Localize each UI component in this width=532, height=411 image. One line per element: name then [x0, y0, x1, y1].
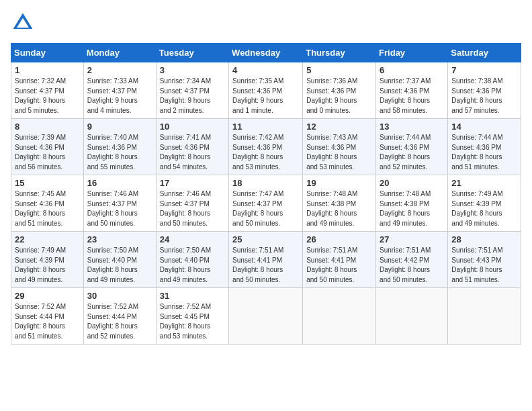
- day-number: 25: [232, 234, 299, 244]
- day-number: 16: [87, 178, 152, 188]
- column-header-saturday: Saturday: [448, 44, 521, 62]
- calendar-cell: 27Sunrise: 7:51 AM Sunset: 4:42 PM Dayli…: [376, 232, 448, 288]
- logo-icon: [11, 11, 35, 35]
- day-number: 30: [87, 291, 152, 301]
- day-info: Sunrise: 7:35 AM Sunset: 4:36 PM Dayligh…: [232, 77, 299, 116]
- calendar-week-1: 1Sunrise: 7:32 AM Sunset: 4:37 PM Daylig…: [11, 62, 521, 119]
- calendar-cell: 31Sunrise: 7:52 AM Sunset: 4:45 PM Dayli…: [156, 288, 228, 345]
- logo: [11, 11, 38, 35]
- calendar-cell: 20Sunrise: 7:48 AM Sunset: 4:38 PM Dayli…: [376, 175, 448, 232]
- calendar-cell: 2Sunrise: 7:33 AM Sunset: 4:37 PM Daylig…: [83, 62, 156, 119]
- day-info: Sunrise: 7:51 AM Sunset: 4:42 PM Dayligh…: [380, 246, 444, 285]
- day-info: Sunrise: 7:51 AM Sunset: 4:41 PM Dayligh…: [306, 246, 372, 285]
- day-info: Sunrise: 7:50 AM Sunset: 4:40 PM Dayligh…: [160, 246, 225, 285]
- day-info: Sunrise: 7:39 AM Sunset: 4:36 PM Dayligh…: [15, 133, 80, 172]
- day-number: 18: [232, 178, 299, 188]
- calendar-cell: 23Sunrise: 7:50 AM Sunset: 4:40 PM Dayli…: [83, 232, 156, 288]
- day-info: Sunrise: 7:33 AM Sunset: 4:37 PM Dayligh…: [87, 77, 152, 116]
- column-header-wednesday: Wednesday: [229, 44, 303, 62]
- calendar-cell: 25Sunrise: 7:51 AM Sunset: 4:41 PM Dayli…: [229, 232, 303, 288]
- calendar-week-5: 29Sunrise: 7:52 AM Sunset: 4:44 PM Dayli…: [11, 288, 521, 345]
- column-header-monday: Monday: [83, 44, 156, 62]
- day-info: Sunrise: 7:36 AM Sunset: 4:36 PM Dayligh…: [306, 77, 372, 116]
- day-number: 17: [160, 178, 225, 188]
- day-number: 9: [87, 122, 152, 132]
- column-header-thursday: Thursday: [303, 44, 376, 62]
- calendar-cell: 10Sunrise: 7:41 AM Sunset: 4:36 PM Dayli…: [156, 119, 228, 175]
- page-header: [11, 11, 521, 35]
- calendar-cell: 7Sunrise: 7:38 AM Sunset: 4:36 PM Daylig…: [448, 62, 521, 119]
- calendar-cell: 22Sunrise: 7:49 AM Sunset: 4:39 PM Dayli…: [11, 232, 84, 288]
- day-number: 31: [160, 291, 225, 301]
- calendar-week-4: 22Sunrise: 7:49 AM Sunset: 4:39 PM Dayli…: [11, 232, 521, 288]
- day-number: 21: [451, 178, 517, 188]
- day-info: Sunrise: 7:49 AM Sunset: 4:39 PM Dayligh…: [15, 246, 80, 285]
- day-number: 26: [306, 234, 372, 244]
- day-info: Sunrise: 7:32 AM Sunset: 4:37 PM Dayligh…: [15, 77, 80, 116]
- day-number: 24: [160, 234, 225, 244]
- day-info: Sunrise: 7:49 AM Sunset: 4:39 PM Dayligh…: [451, 189, 517, 228]
- calendar-cell: 19Sunrise: 7:48 AM Sunset: 4:38 PM Dayli…: [303, 175, 376, 232]
- calendar-cell: 9Sunrise: 7:40 AM Sunset: 4:36 PM Daylig…: [83, 119, 156, 175]
- day-number: 11: [232, 122, 299, 132]
- calendar-cell: 6Sunrise: 7:37 AM Sunset: 4:36 PM Daylig…: [376, 62, 448, 119]
- day-info: Sunrise: 7:37 AM Sunset: 4:36 PM Dayligh…: [380, 77, 444, 116]
- calendar-cell: 4Sunrise: 7:35 AM Sunset: 4:36 PM Daylig…: [229, 62, 303, 119]
- calendar-cell: 28Sunrise: 7:51 AM Sunset: 4:43 PM Dayli…: [448, 232, 521, 288]
- day-number: 7: [451, 65, 517, 75]
- calendar-week-3: 15Sunrise: 7:45 AM Sunset: 4:36 PM Dayli…: [11, 175, 521, 232]
- day-number: 2: [87, 65, 152, 75]
- day-info: Sunrise: 7:51 AM Sunset: 4:41 PM Dayligh…: [232, 246, 299, 285]
- day-info: Sunrise: 7:43 AM Sunset: 4:36 PM Dayligh…: [306, 133, 372, 172]
- day-number: 6: [380, 65, 444, 75]
- calendar-cell: 3Sunrise: 7:34 AM Sunset: 4:37 PM Daylig…: [156, 62, 228, 119]
- day-info: Sunrise: 7:41 AM Sunset: 4:36 PM Dayligh…: [160, 133, 225, 172]
- calendar-cell: 1Sunrise: 7:32 AM Sunset: 4:37 PM Daylig…: [11, 62, 84, 119]
- column-header-tuesday: Tuesday: [156, 44, 228, 62]
- calendar-table: SundayMondayTuesdayWednesdayThursdayFrid…: [11, 43, 521, 345]
- day-number: 12: [306, 122, 372, 132]
- calendar-cell: 8Sunrise: 7:39 AM Sunset: 4:36 PM Daylig…: [11, 119, 84, 175]
- day-number: 22: [15, 234, 80, 244]
- day-info: Sunrise: 7:47 AM Sunset: 4:37 PM Dayligh…: [232, 189, 299, 228]
- calendar-cell: 30Sunrise: 7:52 AM Sunset: 4:44 PM Dayli…: [83, 288, 156, 345]
- day-info: Sunrise: 7:44 AM Sunset: 4:36 PM Dayligh…: [380, 133, 444, 172]
- calendar-cell: 11Sunrise: 7:42 AM Sunset: 4:36 PM Dayli…: [229, 119, 303, 175]
- calendar-cell: 21Sunrise: 7:49 AM Sunset: 4:39 PM Dayli…: [448, 175, 521, 232]
- day-info: Sunrise: 7:48 AM Sunset: 4:38 PM Dayligh…: [306, 189, 372, 228]
- day-number: 29: [15, 291, 80, 301]
- day-info: Sunrise: 7:50 AM Sunset: 4:40 PM Dayligh…: [87, 246, 152, 285]
- calendar-cell: [229, 288, 303, 345]
- day-number: 3: [160, 65, 225, 75]
- calendar-cell: 24Sunrise: 7:50 AM Sunset: 4:40 PM Dayli…: [156, 232, 228, 288]
- day-info: Sunrise: 7:48 AM Sunset: 4:38 PM Dayligh…: [380, 189, 444, 228]
- day-number: 27: [380, 234, 444, 244]
- day-info: Sunrise: 7:40 AM Sunset: 4:36 PM Dayligh…: [87, 133, 152, 172]
- column-header-friday: Friday: [376, 44, 448, 62]
- calendar-cell: 13Sunrise: 7:44 AM Sunset: 4:36 PM Dayli…: [376, 119, 448, 175]
- day-number: 13: [380, 122, 444, 132]
- calendar-cell: 18Sunrise: 7:47 AM Sunset: 4:37 PM Dayli…: [229, 175, 303, 232]
- day-info: Sunrise: 7:52 AM Sunset: 4:44 PM Dayligh…: [87, 302, 152, 341]
- calendar-cell: 16Sunrise: 7:46 AM Sunset: 4:37 PM Dayli…: [83, 175, 156, 232]
- calendar-cell: 26Sunrise: 7:51 AM Sunset: 4:41 PM Dayli…: [303, 232, 376, 288]
- calendar-cell: 14Sunrise: 7:44 AM Sunset: 4:36 PM Dayli…: [448, 119, 521, 175]
- day-info: Sunrise: 7:38 AM Sunset: 4:36 PM Dayligh…: [451, 77, 517, 116]
- day-info: Sunrise: 7:42 AM Sunset: 4:36 PM Dayligh…: [232, 133, 299, 172]
- day-number: 5: [306, 65, 372, 75]
- day-info: Sunrise: 7:45 AM Sunset: 4:36 PM Dayligh…: [15, 189, 80, 228]
- calendar-cell: [303, 288, 376, 345]
- day-info: Sunrise: 7:46 AM Sunset: 4:37 PM Dayligh…: [160, 189, 225, 228]
- day-number: 20: [380, 178, 444, 188]
- day-info: Sunrise: 7:52 AM Sunset: 4:45 PM Dayligh…: [160, 302, 225, 341]
- day-info: Sunrise: 7:46 AM Sunset: 4:37 PM Dayligh…: [87, 189, 152, 228]
- day-number: 8: [15, 122, 80, 132]
- day-number: 28: [451, 234, 517, 244]
- day-info: Sunrise: 7:44 AM Sunset: 4:36 PM Dayligh…: [451, 133, 517, 172]
- day-number: 19: [306, 178, 372, 188]
- calendar-cell: 17Sunrise: 7:46 AM Sunset: 4:37 PM Dayli…: [156, 175, 228, 232]
- calendar-cell: 5Sunrise: 7:36 AM Sunset: 4:36 PM Daylig…: [303, 62, 376, 119]
- day-number: 14: [451, 122, 517, 132]
- calendar-week-2: 8Sunrise: 7:39 AM Sunset: 4:36 PM Daylig…: [11, 119, 521, 175]
- day-info: Sunrise: 7:52 AM Sunset: 4:44 PM Dayligh…: [15, 302, 80, 341]
